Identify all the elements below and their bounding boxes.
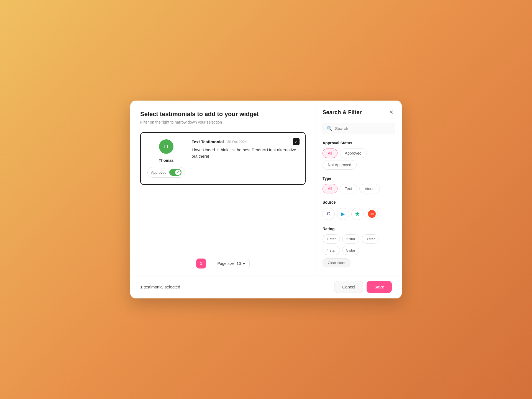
search-input[interactable] bbox=[335, 126, 391, 131]
right-header: Search & Filter ✕ bbox=[323, 108, 395, 116]
approval-all-button[interactable]: All bbox=[323, 149, 337, 158]
bottom-actions: Cancel Save bbox=[334, 281, 392, 293]
search-box[interactable]: 🔍 bbox=[323, 123, 395, 134]
type-buttons: All Text Video bbox=[323, 184, 395, 193]
g2-source-button[interactable]: G2 bbox=[366, 208, 378, 220]
type-video-button[interactable]: Video bbox=[359, 184, 380, 193]
approval-status-section: Approval Status All Approved Not Approve… bbox=[323, 141, 395, 170]
type-text-button[interactable]: Text bbox=[340, 184, 357, 193]
rating-3-button[interactable]: 3 star bbox=[362, 234, 379, 244]
selected-count: 1 testimonial selected bbox=[140, 285, 180, 289]
page-size-label: Page size: 10 bbox=[218, 261, 241, 266]
testimonial-date: 30 Oct 2024 bbox=[227, 140, 247, 144]
approval-toggle[interactable]: ✓ bbox=[169, 169, 181, 176]
filter-panel-title: Search & Filter bbox=[323, 109, 362, 116]
capterra-icon: ▶ bbox=[341, 211, 345, 217]
select-checkbox[interactable]: ✓ bbox=[293, 138, 300, 145]
testimonial-card[interactable]: TT Thomas Approved ✓ Text Testimonial 30… bbox=[140, 132, 306, 185]
approval-status-label: Approval Status bbox=[323, 141, 395, 145]
rating-label: Rating bbox=[323, 227, 395, 231]
approval-status-buttons: All Approved Not Approved bbox=[323, 149, 395, 170]
modal: Select testimonials to add to your widge… bbox=[130, 101, 402, 298]
type-section: Type All Text Video bbox=[323, 176, 395, 193]
search-icon: 🔍 bbox=[327, 126, 332, 131]
close-button[interactable]: ✕ bbox=[387, 108, 395, 116]
rating-section: Rating 1 star 2 star 3 star 4 star 5 sta… bbox=[323, 227, 395, 267]
rating-5-button[interactable]: 5 star bbox=[342, 246, 360, 255]
type-all-button[interactable]: All bbox=[323, 184, 337, 193]
approval-approved-button[interactable]: Approved bbox=[340, 149, 367, 158]
testimonial-meta: Text Testimonial 30 Oct 2024 bbox=[192, 139, 298, 144]
chevron-down-icon: ▾ bbox=[243, 261, 245, 266]
source-label: Source bbox=[323, 200, 395, 204]
testimonial-body: I love Uneed. I think it's the best Prod… bbox=[192, 147, 298, 159]
testimonial-content: Text Testimonial 30 Oct 2024 I love Unee… bbox=[192, 139, 298, 159]
modal-body: Select testimonials to add to your widge… bbox=[130, 101, 402, 275]
approval-not-approved-button[interactable]: Not Approved bbox=[323, 160, 357, 170]
page-size-select[interactable]: Page size: 10 ▾ bbox=[213, 259, 250, 268]
bottom-bar: 1 testimonial selected Cancel Save bbox=[130, 275, 402, 298]
type-label: Type bbox=[323, 176, 395, 181]
clear-stars-button[interactable]: Clear stars bbox=[323, 258, 351, 267]
capterra-source-button[interactable]: ▶ bbox=[337, 208, 349, 220]
right-panel: Search & Filter ✕ 🔍 Approval Status All … bbox=[316, 101, 402, 275]
toggle-knob: ✓ bbox=[175, 170, 181, 175]
left-footer: 1 Page size: 10 ▾ bbox=[140, 252, 306, 268]
trustpilot-source-button[interactable]: ★ bbox=[351, 208, 364, 220]
avatar-info: TT Thomas Approved ✓ bbox=[147, 139, 185, 178]
author-name: Thomas bbox=[159, 158, 174, 163]
approval-badge: Approved ✓ bbox=[147, 167, 185, 178]
left-panel: Select testimonials to add to your widge… bbox=[130, 101, 316, 275]
avatar: TT bbox=[159, 139, 173, 154]
modal-title: Select testimonials to add to your widge… bbox=[140, 111, 306, 118]
google-source-button[interactable]: G bbox=[323, 208, 335, 220]
rating-2-button[interactable]: 2 star bbox=[342, 234, 360, 244]
source-section: Source G ▶ ★ G2 bbox=[323, 200, 395, 220]
page-1-button[interactable]: 1 bbox=[196, 259, 206, 268]
source-buttons: G ▶ ★ G2 bbox=[323, 208, 395, 220]
approval-label: Approved bbox=[151, 170, 167, 175]
cancel-button[interactable]: Cancel bbox=[334, 281, 363, 293]
rating-buttons: 1 star 2 star 3 star 4 star 5 star bbox=[323, 234, 395, 255]
rating-4-button[interactable]: 4 star bbox=[323, 246, 340, 255]
trustpilot-icon: ★ bbox=[355, 211, 360, 217]
google-icon: G bbox=[327, 211, 330, 217]
save-button[interactable]: Save bbox=[367, 281, 392, 293]
rating-1-button[interactable]: 1 star bbox=[323, 234, 340, 244]
testimonial-type: Text Testimonial bbox=[192, 139, 224, 144]
modal-subtitle: Filter on the right to narrow down your … bbox=[140, 120, 306, 124]
g2-icon: G2 bbox=[368, 210, 376, 218]
